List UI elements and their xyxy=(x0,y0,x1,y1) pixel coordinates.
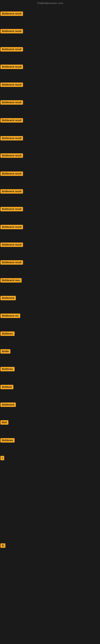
bottleneck-item-24: Bott xyxy=(0,420,8,425)
bottleneck-item-21: Bottlenec xyxy=(0,367,15,371)
bottleneck-item-19: Bottlenec xyxy=(0,332,15,336)
bottleneck-item-18: Bottleneck res xyxy=(0,314,20,318)
bottleneck-item-22: Bottlend xyxy=(0,385,13,389)
bottleneck-badge-14[interactable]: Bottleneck result xyxy=(0,242,23,247)
bottleneck-badge-18[interactable]: Bottleneck res xyxy=(0,314,20,318)
bottleneck-badge-24[interactable]: Bott xyxy=(0,420,8,425)
bottleneck-badge-22[interactable]: Bottlend xyxy=(0,385,13,389)
bottleneck-item-10: Bottleneck result xyxy=(0,172,23,176)
bottleneck-item-9: Bottleneck result xyxy=(0,153,23,158)
bottleneck-badge-16[interactable]: Bottleneck resu xyxy=(0,278,22,282)
site-header: TheBottlenecker.com xyxy=(0,0,100,6)
bottleneck-badge-19[interactable]: Bottlenec xyxy=(0,332,15,336)
bottleneck-badge-10[interactable]: Bottleneck result xyxy=(0,172,23,176)
bottleneck-badge-12[interactable]: Bottleneck result xyxy=(0,207,23,211)
bottleneck-badge-5[interactable]: Bottleneck result xyxy=(0,82,23,87)
bottleneck-badge-17[interactable]: Bottleneck xyxy=(0,296,16,300)
bottleneck-badge-13[interactable]: Bottleneck result xyxy=(0,225,23,229)
bottleneck-badge-27[interactable]: B xyxy=(0,544,5,548)
bottleneck-item-8: Bottleneck result xyxy=(0,136,23,140)
bottleneck-item-11: Bottleneck result xyxy=(0,189,23,194)
bottleneck-badge-4[interactable]: Bottleneck result xyxy=(0,64,23,69)
bottleneck-badge-11[interactable]: Bottleneck result xyxy=(0,189,23,194)
bottleneck-item-14: Bottleneck result xyxy=(0,242,23,247)
bottleneck-item-1: Bottleneck result xyxy=(0,12,23,16)
bottleneck-badge-3[interactable]: Bottleneck result xyxy=(0,47,23,52)
bottleneck-badge-26[interactable]: I xyxy=(0,456,4,460)
bottleneck-item-23: Bottleneck xyxy=(0,402,16,407)
bottleneck-item-6: Bottleneck result xyxy=(0,100,23,105)
bottleneck-item-17: Bottleneck xyxy=(0,296,16,300)
bottleneck-badge-8[interactable]: Bottleneck result xyxy=(0,136,23,140)
bottleneck-badge-20[interactable]: Bottle xyxy=(0,349,10,354)
bottleneck-item-16: Bottleneck resu xyxy=(0,278,22,282)
bottleneck-badge-25[interactable]: Bottlenee xyxy=(0,438,15,442)
bottleneck-badge-9[interactable]: Bottleneck result xyxy=(0,153,23,158)
bottleneck-item-27: B xyxy=(0,544,5,548)
bottleneck-item-13: Bottleneck result xyxy=(0,225,23,229)
bottleneck-badge-7[interactable]: Bottleneck result xyxy=(0,118,23,122)
bottleneck-badge-23[interactable]: Bottleneck xyxy=(0,402,16,407)
bottleneck-item-15: Bottleneck result xyxy=(0,260,23,265)
bottleneck-item-4: Bottleneck result xyxy=(0,64,23,69)
bottleneck-item-2: Bottleneck result xyxy=(0,29,23,34)
bottleneck-item-3: Bottleneck result xyxy=(0,47,23,52)
bottleneck-badge-2[interactable]: Bottleneck result xyxy=(0,29,23,34)
bottleneck-badge-1[interactable]: Bottleneck result xyxy=(0,12,23,16)
bottleneck-item-20: Bottle xyxy=(0,349,10,354)
bottleneck-item-5: Bottleneck result xyxy=(0,82,23,87)
bottleneck-badge-6[interactable]: Bottleneck result xyxy=(0,100,23,105)
bottleneck-badge-15[interactable]: Bottleneck result xyxy=(0,260,23,265)
bottleneck-item-12: Bottleneck result xyxy=(0,207,23,211)
bottleneck-item-25: Bottlenee xyxy=(0,438,15,442)
bottleneck-badge-21[interactable]: Bottlenec xyxy=(0,367,15,371)
bottleneck-item-26: I xyxy=(0,456,4,460)
bottleneck-item-7: Bottleneck result xyxy=(0,118,23,122)
